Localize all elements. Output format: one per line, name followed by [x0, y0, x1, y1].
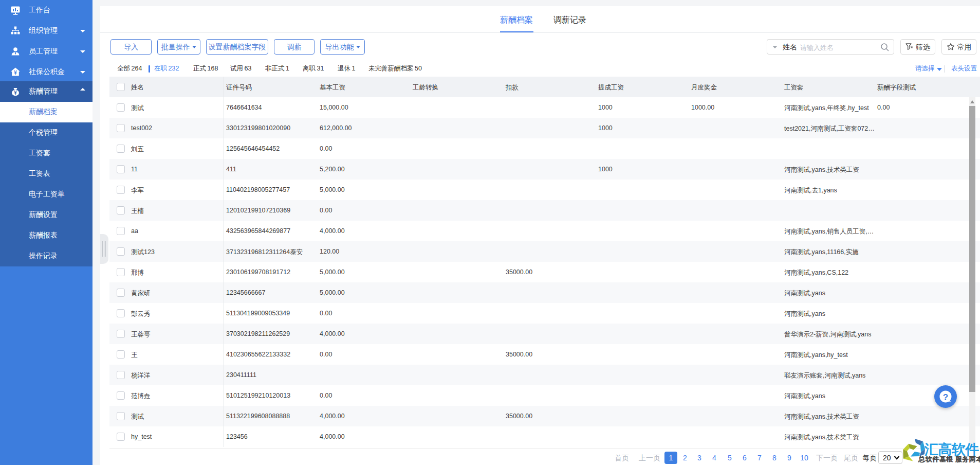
svg-text:¥: ¥ — [14, 90, 17, 96]
svg-text:?: ? — [943, 392, 948, 402]
svg-text:¥: ¥ — [14, 70, 17, 76]
